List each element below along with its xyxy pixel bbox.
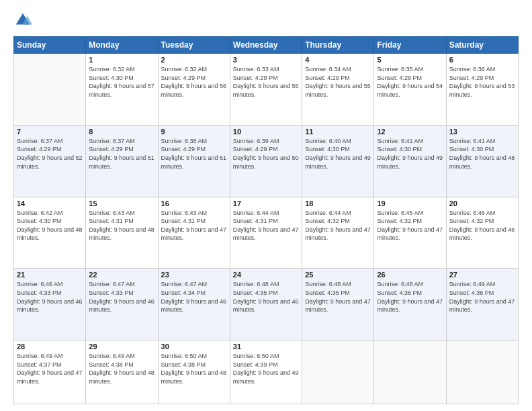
day-number: 27 — [449, 271, 515, 279]
calendar-cell: 8Sunrise: 6:37 AMSunset: 4:29 PMDaylight… — [86, 125, 158, 197]
day-info: Sunrise: 6:43 AMSunset: 4:31 PMDaylight:… — [89, 209, 154, 242]
day-info: Sunrise: 6:40 AMSunset: 4:30 PMDaylight:… — [305, 137, 371, 171]
day-number: 4 — [305, 56, 371, 64]
calendar-cell: 28Sunrise: 6:49 AMSunset: 4:37 PMDayligh… — [14, 340, 86, 404]
calendar-cell: 18Sunrise: 6:44 AMSunset: 4:32 PMDayligh… — [302, 197, 374, 269]
calendar-cell: 1Sunrise: 6:32 AMSunset: 4:30 PMDaylight… — [86, 54, 158, 126]
day-number: 17 — [233, 199, 299, 208]
calendar-cell: 21Sunrise: 6:46 AMSunset: 4:33 PMDayligh… — [14, 269, 86, 340]
day-info: Sunrise: 6:49 AMSunset: 4:37 PMDaylight:… — [17, 352, 83, 385]
day-number: 30 — [161, 342, 227, 351]
day-info: Sunrise: 6:45 AMSunset: 4:32 PMDaylight:… — [377, 209, 443, 242]
header-thursday: Thursday — [302, 37, 374, 54]
day-number: 15 — [89, 199, 154, 208]
calendar-week-row: 21Sunrise: 6:46 AMSunset: 4:33 PMDayligh… — [14, 269, 519, 340]
calendar-cell: 14Sunrise: 6:42 AMSunset: 4:30 PMDayligh… — [14, 197, 86, 269]
calendar-cell: 23Sunrise: 6:47 AMSunset: 4:34 PMDayligh… — [158, 269, 230, 340]
calendar-cell: 7Sunrise: 6:37 AMSunset: 4:29 PMDaylight… — [14, 125, 86, 197]
calendar-cell: 16Sunrise: 6:43 AMSunset: 4:31 PMDayligh… — [158, 197, 230, 269]
day-number: 22 — [89, 271, 154, 279]
day-number: 7 — [17, 128, 83, 136]
calendar-week-row: 28Sunrise: 6:49 AMSunset: 4:37 PMDayligh… — [14, 340, 519, 404]
calendar-cell: 3Sunrise: 6:33 AMSunset: 4:29 PMDaylight… — [230, 54, 302, 126]
calendar-cell: 26Sunrise: 6:48 AMSunset: 4:36 PMDayligh… — [374, 269, 446, 340]
day-info: Sunrise: 6:38 AMSunset: 4:29 PMDaylight:… — [161, 137, 227, 171]
day-info: Sunrise: 6:33 AMSunset: 4:29 PMDaylight:… — [233, 65, 299, 99]
day-info: Sunrise: 6:47 AMSunset: 4:33 PMDaylight:… — [89, 280, 154, 314]
calendar-cell: 2Sunrise: 6:32 AMSunset: 4:29 PMDaylight… — [158, 54, 230, 126]
calendar-cell: 11Sunrise: 6:40 AMSunset: 4:30 PMDayligh… — [302, 125, 374, 197]
calendar-cell — [14, 54, 86, 126]
day-info: Sunrise: 6:41 AMSunset: 4:30 PMDaylight:… — [377, 137, 443, 171]
day-number: 1 — [89, 56, 154, 64]
day-number: 21 — [17, 271, 83, 279]
day-number: 10 — [233, 128, 299, 136]
calendar-table: SundayMondayTuesdayWednesdayThursdayFrid… — [13, 36, 519, 404]
day-number: 11 — [305, 128, 371, 136]
day-number: 23 — [161, 271, 227, 279]
header-monday: Monday — [86, 37, 158, 54]
calendar-cell: 24Sunrise: 6:48 AMSunset: 4:35 PMDayligh… — [230, 269, 302, 340]
calendar-week-row: 7Sunrise: 6:37 AMSunset: 4:29 PMDaylight… — [14, 125, 519, 197]
calendar-header-row: SundayMondayTuesdayWednesdayThursdayFrid… — [14, 37, 519, 54]
day-info: Sunrise: 6:49 AMSunset: 4:38 PMDaylight:… — [89, 352, 154, 385]
calendar-week-row: 14Sunrise: 6:42 AMSunset: 4:30 PMDayligh… — [14, 197, 519, 269]
calendar-cell: 22Sunrise: 6:47 AMSunset: 4:33 PMDayligh… — [86, 269, 158, 340]
header-sunday: Sunday — [14, 37, 86, 54]
day-number: 24 — [233, 271, 299, 279]
day-number: 26 — [377, 271, 443, 279]
day-info: Sunrise: 6:37 AMSunset: 4:29 PMDaylight:… — [89, 137, 154, 171]
calendar-cell: 12Sunrise: 6:41 AMSunset: 4:30 PMDayligh… — [374, 125, 446, 197]
calendar-cell: 31Sunrise: 6:50 AMSunset: 4:39 PMDayligh… — [230, 340, 302, 404]
day-number: 12 — [377, 128, 443, 136]
calendar-cell: 4Sunrise: 6:34 AMSunset: 4:29 PMDaylight… — [302, 54, 374, 126]
day-info: Sunrise: 6:41 AMSunset: 4:30 PMDaylight:… — [449, 137, 515, 171]
day-info: Sunrise: 6:49 AMSunset: 4:36 PMDaylight:… — [449, 280, 515, 314]
day-number: 8 — [89, 128, 154, 136]
header-tuesday: Tuesday — [158, 37, 230, 54]
calendar-cell: 19Sunrise: 6:45 AMSunset: 4:32 PMDayligh… — [374, 197, 446, 269]
day-info: Sunrise: 6:35 AMSunset: 4:29 PMDaylight:… — [377, 65, 443, 99]
day-number: 29 — [89, 342, 154, 351]
day-number: 31 — [233, 342, 299, 351]
calendar-cell: 27Sunrise: 6:49 AMSunset: 4:36 PMDayligh… — [446, 269, 518, 340]
day-number: 20 — [449, 199, 515, 208]
page: SundayMondayTuesdayWednesdayThursdayFrid… — [0, 0, 532, 411]
day-info: Sunrise: 6:44 AMSunset: 4:31 PMDaylight:… — [233, 209, 299, 242]
day-info: Sunrise: 6:36 AMSunset: 4:29 PMDaylight:… — [449, 65, 515, 99]
calendar-cell: 25Sunrise: 6:48 AMSunset: 4:35 PMDayligh… — [302, 269, 374, 340]
day-number: 18 — [305, 199, 371, 208]
day-info: Sunrise: 6:32 AMSunset: 4:30 PMDaylight:… — [89, 65, 154, 99]
day-info: Sunrise: 6:50 AMSunset: 4:39 PMDaylight:… — [233, 352, 299, 385]
day-number: 25 — [305, 271, 371, 279]
calendar-week-row: 1Sunrise: 6:32 AMSunset: 4:30 PMDaylight… — [14, 54, 519, 126]
logo — [13, 11, 35, 30]
day-info: Sunrise: 6:48 AMSunset: 4:35 PMDaylight:… — [233, 280, 299, 314]
day-number: 2 — [161, 56, 227, 64]
day-info: Sunrise: 6:50 AMSunset: 4:38 PMDaylight:… — [161, 352, 227, 385]
day-number: 5 — [377, 56, 443, 64]
header-friday: Friday — [374, 37, 446, 54]
logo-icon — [13, 11, 32, 30]
day-info: Sunrise: 6:48 AMSunset: 4:36 PMDaylight:… — [377, 280, 443, 314]
day-info: Sunrise: 6:42 AMSunset: 4:30 PMDaylight:… — [17, 209, 83, 242]
calendar-cell — [374, 340, 446, 404]
day-info: Sunrise: 6:34 AMSunset: 4:29 PMDaylight:… — [305, 65, 371, 99]
calendar-cell: 13Sunrise: 6:41 AMSunset: 4:30 PMDayligh… — [446, 125, 518, 197]
day-number: 3 — [233, 56, 299, 64]
calendar-cell: 29Sunrise: 6:49 AMSunset: 4:38 PMDayligh… — [86, 340, 158, 404]
day-number: 13 — [449, 128, 515, 136]
calendar-cell: 10Sunrise: 6:39 AMSunset: 4:29 PMDayligh… — [230, 125, 302, 197]
day-info: Sunrise: 6:43 AMSunset: 4:31 PMDaylight:… — [161, 209, 227, 242]
day-number: 6 — [449, 56, 515, 64]
day-number: 16 — [161, 199, 227, 208]
calendar-cell: 6Sunrise: 6:36 AMSunset: 4:29 PMDaylight… — [446, 54, 518, 126]
day-number: 14 — [17, 199, 83, 208]
day-info: Sunrise: 6:39 AMSunset: 4:29 PMDaylight:… — [233, 137, 299, 171]
calendar-cell: 9Sunrise: 6:38 AMSunset: 4:29 PMDaylight… — [158, 125, 230, 197]
calendar-cell — [446, 340, 518, 404]
calendar-cell: 17Sunrise: 6:44 AMSunset: 4:31 PMDayligh… — [230, 197, 302, 269]
day-number: 9 — [161, 128, 227, 136]
day-number: 19 — [377, 199, 443, 208]
calendar-cell: 30Sunrise: 6:50 AMSunset: 4:38 PMDayligh… — [158, 340, 230, 404]
